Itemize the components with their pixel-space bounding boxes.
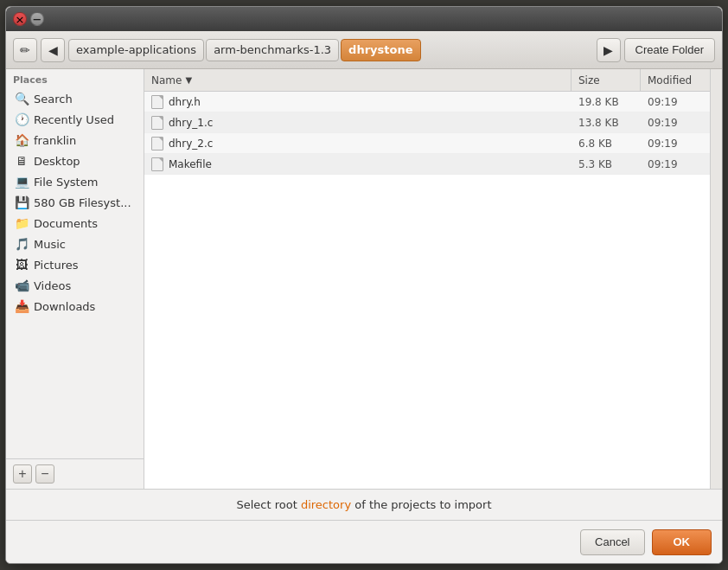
videos-icon: 📹 bbox=[15, 279, 29, 292]
close-button[interactable]: × bbox=[13, 12, 27, 26]
sidebar-item-videos-label: Videos bbox=[34, 279, 71, 292]
column-modified-label: Modified bbox=[648, 74, 692, 86]
file-size-cell: 13.8 KB bbox=[572, 117, 641, 129]
filesystem-icon: 💻 bbox=[15, 175, 29, 189]
sidebar-item-desktop[interactable]: 🖥 Desktop bbox=[8, 151, 142, 171]
sidebar-item-franklin-label: franklin bbox=[34, 134, 76, 147]
sidebar-item-recently-used[interactable]: 🕐 Recently Used bbox=[8, 109, 142, 130]
back-button[interactable]: ◀ bbox=[41, 38, 65, 62]
file-modified-cell: 09:19 bbox=[641, 138, 710, 150]
file-size-cell: 6.8 KB bbox=[572, 138, 641, 150]
sidebar-item-downloads-label: Downloads bbox=[34, 300, 95, 313]
ok-button[interactable]: OK bbox=[652, 529, 712, 555]
minimize-button[interactable]: − bbox=[30, 12, 44, 26]
sort-arrow-icon: ▼ bbox=[185, 75, 192, 85]
places-label: Places bbox=[6, 69, 144, 88]
sidebar-item-filesystem[interactable]: 💻 File System bbox=[8, 171, 142, 192]
main-content: Places 🔍 Search 🕐 Recently Used 🏠 frankl… bbox=[6, 69, 722, 489]
sidebar-item-music-label: Music bbox=[34, 238, 66, 251]
home-icon: 🏠 bbox=[15, 133, 29, 147]
table-row[interactable]: dhry_2.c 6.8 KB 09:19 bbox=[144, 133, 710, 154]
add-bookmark-button[interactable]: + bbox=[13, 464, 32, 484]
sidebar-item-search[interactable]: 🔍 Search bbox=[8, 88, 142, 109]
file-name-label: dhry_1.c bbox=[169, 117, 213, 129]
sidebar-item-documents-label: Documents bbox=[34, 217, 98, 230]
forward-button[interactable]: ▶ bbox=[597, 38, 621, 62]
recently-used-icon: 🕐 bbox=[15, 112, 29, 126]
file-name-label: dhry.h bbox=[169, 96, 201, 108]
file-size-cell: 19.8 KB bbox=[572, 96, 641, 108]
statusbar: Select root directory of the projects to… bbox=[6, 489, 722, 520]
file-name-label: Makefile bbox=[169, 158, 212, 170]
breadcrumb: example-applications arm-benchmarks-1.3 … bbox=[68, 39, 593, 61]
directory-link[interactable]: directory bbox=[301, 498, 351, 511]
file-name-label: dhry_2.c bbox=[169, 138, 213, 150]
sidebar-item-downloads[interactable]: 📥 Downloads bbox=[8, 296, 142, 317]
status-text: Select root directory of the projects to… bbox=[236, 498, 491, 511]
sidebar: Places 🔍 Search 🕐 Recently Used 🏠 frankl… bbox=[6, 69, 144, 489]
file-modified-cell: 09:19 bbox=[641, 96, 710, 108]
column-size-label: Size bbox=[578, 74, 600, 86]
downloads-icon: 📥 bbox=[15, 299, 29, 313]
scrollbar-track[interactable] bbox=[710, 69, 722, 489]
sidebar-item-pictures[interactable]: 🖼 Pictures bbox=[8, 254, 142, 275]
sidebar-item-videos[interactable]: 📹 Videos bbox=[8, 275, 142, 296]
desktop-icon: 🖥 bbox=[15, 154, 29, 168]
table-row[interactable]: Makefile 5.3 KB 09:19 bbox=[144, 154, 710, 175]
sidebar-item-580gb[interactable]: 💾 580 GB Filesyst... bbox=[8, 192, 142, 213]
actionbar: Cancel OK bbox=[6, 520, 722, 563]
sidebar-item-filesystem-label: File System bbox=[34, 176, 98, 189]
file-icon bbox=[151, 95, 163, 109]
file-list-body: dhry.h 19.8 KB 09:19 dhry_1.c 13.8 KB 09… bbox=[144, 92, 710, 489]
sidebar-item-franklin[interactable]: 🏠 franklin bbox=[8, 130, 142, 151]
file-icon bbox=[151, 137, 163, 151]
column-size[interactable]: Size bbox=[572, 69, 641, 91]
sidebar-item-search-label: Search bbox=[34, 93, 73, 106]
documents-icon: 📁 bbox=[15, 216, 29, 230]
search-icon: 🔍 bbox=[15, 92, 29, 106]
edit-button[interactable]: ✏ bbox=[13, 38, 37, 62]
breadcrumb-item-0[interactable]: example-applications bbox=[68, 39, 204, 61]
titlebar-buttons: × − bbox=[13, 12, 44, 26]
sidebar-item-music[interactable]: 🎵 Music bbox=[8, 234, 142, 254]
table-row[interactable]: dhry_1.c 13.8 KB 09:19 bbox=[144, 112, 710, 133]
file-name-cell: dhry.h bbox=[144, 95, 572, 109]
file-name-cell: dhry_1.c bbox=[144, 116, 572, 130]
sidebar-item-pictures-label: Pictures bbox=[34, 259, 78, 272]
table-row[interactable]: dhry.h 19.8 KB 09:19 bbox=[144, 92, 710, 112]
pictures-icon: 🖼 bbox=[15, 258, 29, 272]
drive-icon: 💾 bbox=[15, 195, 29, 209]
file-name-cell: Makefile bbox=[144, 157, 572, 171]
column-modified[interactable]: Modified bbox=[641, 69, 710, 91]
file-size-cell: 5.3 KB bbox=[572, 158, 641, 170]
breadcrumb-item-2[interactable]: dhrystone bbox=[341, 39, 420, 61]
sidebar-footer: + − bbox=[6, 458, 144, 489]
file-icon bbox=[151, 157, 163, 171]
titlebar: × − bbox=[6, 7, 722, 31]
column-name-label: Name bbox=[151, 74, 182, 86]
sidebar-item-desktop-label: Desktop bbox=[34, 155, 80, 168]
music-icon: 🎵 bbox=[15, 237, 29, 251]
dialog: × − ✏ ◀ example-applications arm-benchma… bbox=[5, 6, 723, 564]
file-list-area: Name ▼ Size Modified dhry.h 19.8 KB bbox=[144, 69, 710, 489]
toolbar: ✏ ◀ example-applications arm-benchmarks-… bbox=[6, 31, 722, 69]
sidebar-item-recently-used-label: Recently Used bbox=[34, 113, 114, 126]
file-modified-cell: 09:19 bbox=[641, 158, 710, 170]
file-icon bbox=[151, 116, 163, 130]
column-name[interactable]: Name ▼ bbox=[144, 69, 572, 91]
breadcrumb-item-1[interactable]: arm-benchmarks-1.3 bbox=[206, 39, 339, 61]
file-modified-cell: 09:19 bbox=[641, 117, 710, 129]
remove-bookmark-button[interactable]: − bbox=[35, 464, 54, 484]
file-list-header: Name ▼ Size Modified bbox=[144, 69, 710, 92]
cancel-button[interactable]: Cancel bbox=[580, 529, 644, 555]
sidebar-item-documents[interactable]: 📁 Documents bbox=[8, 213, 142, 234]
sidebar-item-580gb-label: 580 GB Filesyst... bbox=[34, 196, 131, 209]
create-folder-button[interactable]: Create Folder bbox=[624, 38, 715, 62]
file-name-cell: dhry_2.c bbox=[144, 137, 572, 151]
